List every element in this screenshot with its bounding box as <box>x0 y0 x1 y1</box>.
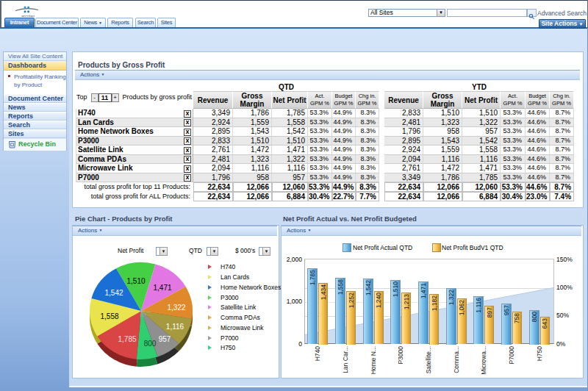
svg-text:1,471: 1,471 <box>153 284 171 292</box>
svg-text:1,542: 1,542 <box>104 289 123 297</box>
svg-text:800: 800 <box>144 340 157 348</box>
svg-text:1,785: 1,785 <box>118 335 136 343</box>
svg-text:arcplan: arcplan <box>21 14 35 17</box>
svg-text:1,322: 1,322 <box>167 304 185 312</box>
svg-text:1,116: 1,116 <box>166 323 184 331</box>
svg-text:1,510: 1,510 <box>126 277 145 285</box>
svg-text:1,558: 1,558 <box>100 312 118 320</box>
svg-text:957: 957 <box>159 335 171 343</box>
